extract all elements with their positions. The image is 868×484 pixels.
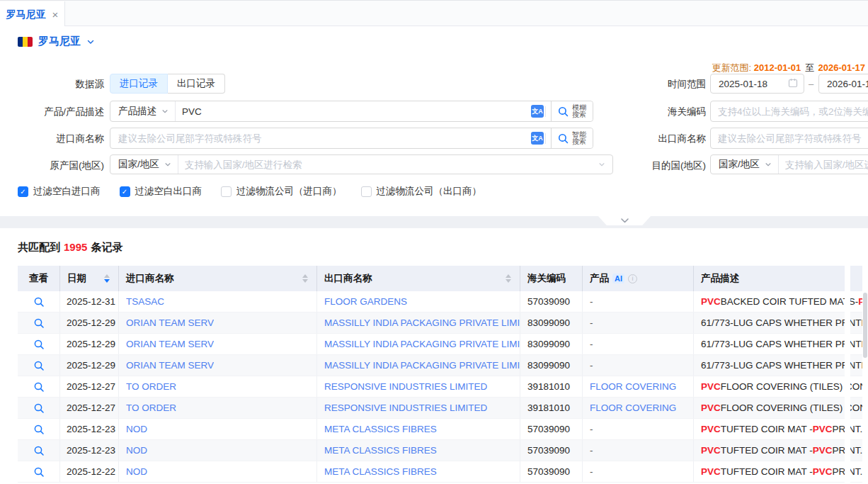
checkbox-unchecked-icon[interactable] xyxy=(361,186,372,197)
dest-country-input[interactable] xyxy=(779,159,868,170)
exporter-link[interactable]: RESPONSIVE INDUSTRIES LIMITED xyxy=(324,381,487,392)
magnifier-icon xyxy=(33,424,45,435)
hs-code-cell: 57039090 xyxy=(520,291,583,312)
view-record-button[interactable] xyxy=(33,466,45,478)
smart-search-button[interactable]: 智能搜索 xyxy=(551,128,593,148)
description-cell: PVC TUFTED COIR MAT - PVC PRINT... xyxy=(694,419,862,439)
romania-flag-icon xyxy=(18,37,33,47)
view-record-button[interactable] xyxy=(33,296,45,308)
translate-icon[interactable]: 文A xyxy=(531,132,544,145)
exporter-label: 出口商名称 xyxy=(598,133,706,145)
close-tab-icon[interactable]: × xyxy=(52,9,59,20)
scrollbar-thumb[interactable] xyxy=(863,293,867,358)
hs-code-cell: 83099090 xyxy=(520,313,583,333)
product-search-input[interactable] xyxy=(176,106,531,117)
collapse-filters-button[interactable] xyxy=(598,216,651,225)
exporter-link[interactable]: META CLASSICS FIBRES xyxy=(324,424,437,434)
filter-checkbox[interactable]: 过滤物流公司（进口商） xyxy=(221,185,342,198)
importer-link[interactable]: NOD xyxy=(126,466,147,477)
fuzzy-search-button[interactable]: 模糊搜索 xyxy=(551,101,593,121)
product-field-select[interactable]: 产品描述 xyxy=(110,101,176,121)
table-row: 2025-12-27 TO ORDER RESPONSIVE INDUSTRIE… xyxy=(18,398,862,419)
chevron-down-icon xyxy=(765,161,772,168)
exporter-link[interactable]: MASSILLY INDIA PACKAGING PRIVATE LIMI... xyxy=(324,339,520,349)
sort-caret-icon[interactable] xyxy=(302,274,308,283)
magnifier-icon xyxy=(33,381,45,393)
importer-cell: ORIAN TEAM SERV xyxy=(119,355,317,376)
origin-country-select[interactable]: 国家/地区 xyxy=(110,155,178,174)
info-icon[interactable]: i xyxy=(628,274,637,283)
product-link[interactable]: FLOOR COVERING xyxy=(590,381,676,392)
description-cell: PVC FLOOR COVERING (TILES) CONT... xyxy=(694,376,862,397)
importer-link[interactable]: ORIAN TEAM SERV xyxy=(126,339,214,349)
importer-search-input[interactable] xyxy=(110,133,531,144)
exporter-link[interactable]: MASSILLY INDIA PACKAGING PRIVATE LIMI... xyxy=(324,360,520,371)
results-panel: 共匹配到1995条记录 查看日期进口商名称出口商名称海关编码产品AIi产品描述 … xyxy=(0,228,868,484)
view-record-button[interactable] xyxy=(33,317,45,329)
checkbox-label: 过滤物流公司（进口商） xyxy=(236,185,342,198)
chevron-down-icon xyxy=(161,108,169,115)
product-cell: - xyxy=(583,461,694,482)
records-table: 查看日期进口商名称出口商名称海关编码产品AIi产品描述 2025-12-31 T… xyxy=(18,266,862,483)
importer-cell: NOD xyxy=(119,440,317,461)
product-link[interactable]: FLOOR COVERING xyxy=(590,403,676,413)
column-header-exporter[interactable]: 出口商名称 xyxy=(317,266,520,291)
end-date-input[interactable]: 2026-01-17 xyxy=(818,74,868,94)
country-selector[interactable]: 罗马尼亚 xyxy=(18,35,95,48)
chevron-down-icon xyxy=(164,161,171,168)
importer-link[interactable]: TSASAC xyxy=(126,296,164,307)
column-header-date[interactable]: 日期 xyxy=(60,266,119,291)
view-record-button[interactable] xyxy=(33,381,45,393)
sort-caret-icon[interactable] xyxy=(104,274,110,283)
magnifier-icon xyxy=(33,445,45,456)
datasource-option-button[interactable]: 进口记录 xyxy=(110,74,168,94)
exporter-link[interactable]: RESPONSIVE INDUSTRIES LIMITED xyxy=(324,403,487,413)
origin-country-input[interactable] xyxy=(178,159,598,170)
importer-link[interactable]: NOD xyxy=(126,445,147,456)
view-record-button[interactable] xyxy=(33,403,45,414)
exporter-link[interactable]: MASSILLY INDIA PACKAGING PRIVATE LIMI... xyxy=(324,317,520,328)
importer-link[interactable]: TO ORDER xyxy=(126,381,176,392)
view-cell xyxy=(18,440,60,461)
scrollbar-track[interactable] xyxy=(845,266,850,484)
view-record-button[interactable] xyxy=(33,445,45,456)
view-record-button[interactable] xyxy=(33,339,45,350)
datasource-toggle: 进口记录出口记录 xyxy=(110,74,225,94)
checkbox-unchecked-icon[interactable] xyxy=(221,186,232,197)
end-date-value: 2026-01-17 xyxy=(827,79,868,89)
importer-cell: ORIAN TEAM SERV xyxy=(119,313,317,333)
start-date-input[interactable]: 2025-01-18 xyxy=(710,74,804,94)
importer-link[interactable]: TO ORDER xyxy=(126,403,176,413)
tab-romania[interactable]: 罗马尼亚 × xyxy=(0,1,65,28)
calendar-icon[interactable] xyxy=(788,78,798,90)
results-count: 1995 xyxy=(64,241,87,253)
view-record-button[interactable] xyxy=(33,360,45,371)
description-cell: 61/773-LUG CAPS WHETHER PRNTD... xyxy=(694,334,862,354)
hs-code-input[interactable] xyxy=(711,106,868,117)
date-cell: 2025-12-22 xyxy=(60,461,119,482)
checkbox-checked-icon[interactable]: ✓ xyxy=(120,186,130,197)
importer-link[interactable]: ORIAN TEAM SERV xyxy=(126,317,214,328)
view-record-button[interactable] xyxy=(33,424,45,435)
importer-link[interactable]: NOD xyxy=(126,424,147,434)
translate-icon[interactable]: 文A xyxy=(531,105,544,118)
filter-checkbox[interactable]: ✓过滤空白出口商 xyxy=(120,185,202,198)
view-cell xyxy=(18,376,60,397)
importer-link[interactable]: ORIAN TEAM SERV xyxy=(126,360,214,371)
sort-caret-icon[interactable] xyxy=(506,274,511,283)
datasource-option-button[interactable]: 出口记录 xyxy=(168,74,225,94)
column-header-hs-code: 海关编码 xyxy=(520,266,583,291)
filter-checkbox[interactable]: ✓过滤空白进口商 xyxy=(18,185,101,198)
exporter-link[interactable]: FLOOR GARDENS xyxy=(324,296,407,307)
checkbox-label: 过滤空白进口商 xyxy=(33,185,101,198)
dest-country-select[interactable]: 国家/地区 xyxy=(711,155,779,174)
checkbox-checked-icon[interactable]: ✓ xyxy=(18,186,28,197)
exporter-link[interactable]: META CLASSICS FIBRES xyxy=(324,445,437,456)
filter-checkbox[interactable]: 过滤物流公司（出口商） xyxy=(361,185,482,198)
exporter-link[interactable]: META CLASSICS FIBRES xyxy=(324,466,437,477)
exporter-cell: META CLASSICS FIBRES xyxy=(317,440,520,461)
exporter-search-input[interactable] xyxy=(711,133,868,144)
importer-cell: ORIAN TEAM SERV xyxy=(119,334,317,354)
column-header-importer[interactable]: 进口商名称 xyxy=(119,266,317,291)
view-cell xyxy=(18,355,60,376)
